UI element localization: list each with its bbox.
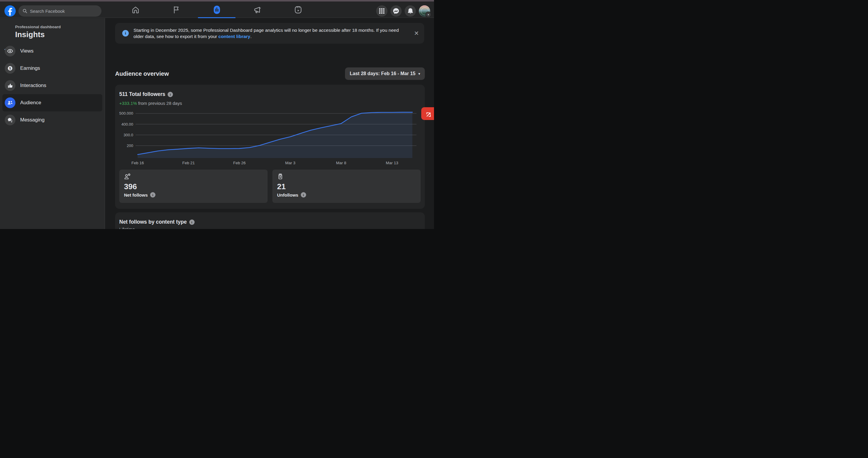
tab-reels[interactable]	[278, 1, 318, 18]
sidebar-item-interactions[interactable]: Interactions	[2, 77, 102, 94]
svg-text:200: 200	[127, 143, 133, 148]
home-icon	[131, 6, 140, 14]
menu-grid-icon	[379, 8, 384, 14]
info-icon[interactable]: i	[189, 220, 195, 225]
svg-text:Feb 16: Feb 16	[131, 161, 144, 165]
sidebar-item-label: Earnings	[20, 65, 40, 71]
unfollows-icon	[277, 173, 284, 180]
content-type-card: Net follows by content type i Lifetime N…	[115, 212, 425, 229]
reels-video-icon	[294, 6, 302, 14]
followers-title: 511 Total followers	[119, 91, 165, 97]
header-actions: ▾	[376, 5, 430, 17]
search-icon	[23, 9, 27, 13]
svg-text:Mar 13: Mar 13	[385, 161, 398, 165]
tab-home[interactable]	[115, 1, 156, 18]
unfollows-card: 21 Unfollows i	[272, 170, 421, 203]
chat-icon	[5, 115, 16, 125]
sidebar-item-earnings[interactable]: $ Earnings	[2, 60, 102, 77]
banner-text: Starting in December 2025, some Professi…	[133, 27, 409, 39]
stats-row: 396 Net follows i 21 Unfollows i	[119, 170, 421, 203]
svg-text:400.00: 400.00	[121, 122, 133, 126]
net-follows-value: 396	[124, 182, 137, 191]
followers-delta: +333.1% from previous 28 days	[119, 101, 182, 106]
followers-line-chart[interactable]: 500.000400.00300.0200Feb 16Feb 21Feb 26M…	[115, 107, 425, 167]
svg-text:500.000: 500.000	[119, 111, 133, 116]
facebook-f-icon	[4, 5, 16, 17]
insights-chart-icon	[213, 5, 220, 14]
followers-title-row: 511 Total followers i	[119, 91, 173, 97]
svg-text:Feb 21: Feb 21	[182, 161, 195, 165]
unfollows-label: Unfollows	[277, 193, 299, 198]
facebook-professional-dashboard: Search Facebook	[0, 0, 434, 229]
info-icon[interactable]: i	[150, 192, 155, 198]
facebook-logo[interactable]	[4, 5, 16, 17]
tab-insights[interactable]	[196, 1, 237, 18]
search-input[interactable]: Search Facebook	[19, 5, 101, 17]
section-heading: Audience overview	[115, 70, 169, 77]
tab-ads[interactable]	[237, 1, 278, 18]
header-tabs	[115, 1, 318, 18]
close-icon[interactable]: ✕	[413, 29, 420, 37]
notifications-bell-icon	[407, 8, 413, 14]
content-type-title-row: Net follows by content type i	[119, 219, 195, 225]
chevron-down-icon: ▾	[425, 11, 431, 18]
sidebar-item-audience[interactable]: Audience	[2, 94, 102, 111]
svg-text:$: $	[9, 66, 11, 70]
page-title: Insights	[15, 30, 45, 39]
eye-icon	[5, 46, 16, 56]
messenger-icon	[393, 8, 399, 14]
svg-text:Mar 8: Mar 8	[336, 161, 346, 165]
sidebar-item-label: Interactions	[20, 83, 46, 88]
profile-avatar[interactable]: ▾	[419, 5, 430, 17]
notifications-button[interactable]	[405, 5, 416, 17]
svg-text:300.0: 300.0	[123, 133, 133, 137]
header: Search Facebook	[0, 1, 434, 18]
unfollows-value: 21	[277, 182, 286, 191]
zoominfo-extension-button[interactable]	[421, 107, 434, 120]
pages-flag-icon	[173, 6, 180, 14]
content-type-period: Lifetime	[119, 227, 135, 229]
sidebar-item-label: Audience	[20, 100, 41, 106]
dollar-icon: $	[5, 63, 16, 74]
sidebar-item-label: Messaging	[20, 117, 44, 123]
sidebar-eyebrow: Professional dashboard	[15, 25, 61, 29]
content-library-link[interactable]: content library	[218, 34, 250, 39]
ads-megaphone-icon	[253, 6, 261, 14]
overview-header: Audience overview Last 28 days: Feb 16 -…	[115, 67, 425, 80]
search-placeholder: Search Facebook	[30, 9, 65, 14]
caret-down-icon: ▾	[418, 72, 420, 76]
svg-text:Mar 3: Mar 3	[285, 161, 296, 165]
content-type-title: Net follows by content type	[119, 219, 187, 225]
info-icon[interactable]: i	[167, 92, 173, 97]
analytics-notice-banner: i Starting in December 2025, some Profes…	[115, 23, 424, 44]
messenger-button[interactable]	[391, 5, 402, 17]
people-icon	[5, 97, 16, 108]
net-follows-card: 396 Net follows i	[119, 170, 268, 203]
sidebar-item-messaging[interactable]: Messaging	[2, 111, 102, 128]
thumbs-up-icon	[5, 80, 16, 91]
net-follows-label: Net follows	[124, 193, 148, 198]
date-range-button[interactable]: Last 28 days: Feb 16 - Mar 15 ▾	[345, 67, 425, 80]
svg-text:Feb 26: Feb 26	[233, 161, 246, 165]
net-follows-icon	[124, 173, 131, 180]
menu-button[interactable]	[376, 5, 388, 17]
sidebar-item-views[interactable]: Views	[2, 42, 102, 60]
total-followers-card: 511 Total followers i +333.1% from previ…	[115, 85, 425, 209]
main-content: i Starting in December 2025, some Profes…	[105, 18, 434, 229]
sidebar-nav: Views $ Earnings Interactions Audience	[2, 42, 102, 128]
info-icon: i	[122, 30, 129, 36]
zoom-arrow-icon	[425, 111, 431, 117]
sidebar-item-label: Views	[20, 48, 33, 54]
tab-pages[interactable]	[156, 1, 196, 18]
sidebar: ← Professional dashboard Insights Views …	[0, 18, 105, 229]
info-icon[interactable]: i	[301, 192, 306, 198]
